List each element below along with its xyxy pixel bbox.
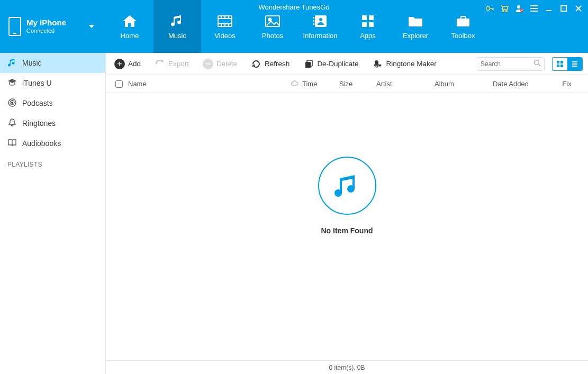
device-selector[interactable]: My iPhone Connected	[0, 0, 106, 53]
ringtone-maker-button[interactable]: Ringtone Maker	[369, 57, 439, 71]
view-grid-button[interactable]	[553, 58, 567, 70]
col-fix[interactable]: Fix	[551, 80, 583, 88]
view-list-button[interactable]	[567, 58, 582, 70]
bell-icon	[7, 118, 17, 129]
device-status: Connected	[26, 28, 66, 34]
phone-icon	[8, 17, 21, 36]
plus-icon: +	[114, 59, 125, 69]
minimize-button[interactable]	[545, 4, 553, 13]
empty-music-icon	[318, 157, 376, 215]
refresh-icon	[251, 59, 261, 69]
columns-header: Name Time Size Artist Album Date Added F…	[106, 75, 588, 93]
main-panel: + Add Export − Delete Refresh De-Du	[106, 53, 588, 374]
tab-label: Explorer	[403, 32, 428, 40]
delete-button[interactable]: − Delete	[200, 57, 240, 71]
col-size[interactable]: Size	[339, 80, 376, 88]
chevron-down-icon[interactable]	[88, 23, 95, 31]
header: My iPhone Connected Home Music	[0, 0, 588, 53]
home-icon	[122, 14, 138, 29]
briefcase-icon	[455, 14, 471, 29]
sidebar-item-audiobooks[interactable]: Audiobooks	[0, 133, 105, 153]
svg-rect-22	[305, 62, 311, 68]
svg-rect-9	[369, 15, 374, 20]
svg-rect-8	[362, 15, 367, 20]
select-all-checkbox[interactable]	[111, 79, 126, 89]
film-icon	[217, 14, 233, 29]
tab-label: Videos	[214, 32, 236, 40]
music-note-icon	[7, 58, 17, 69]
close-button[interactable]	[574, 4, 583, 13]
cart-icon[interactable]	[500, 4, 509, 13]
device-name: My iPhone	[26, 18, 66, 28]
bell-plus-icon	[372, 59, 383, 69]
tab-explorer[interactable]: Explorer	[392, 0, 439, 53]
app-window: { "app": { "title": "Wondershare TunesGo…	[0, 0, 588, 374]
col-time[interactable]: Time	[302, 80, 339, 88]
button-label: Delete	[216, 60, 237, 68]
svg-rect-4	[313, 17, 314, 19]
search-box[interactable]	[476, 57, 545, 71]
search-icon	[533, 59, 541, 68]
tab-toolbox[interactable]: Toolbox	[439, 0, 487, 53]
button-label: Export	[168, 60, 189, 68]
user-alert-icon[interactable]	[515, 4, 523, 13]
search-input[interactable]	[480, 60, 533, 68]
sidebar-item-music[interactable]: Music	[0, 53, 105, 73]
svg-rect-5	[313, 20, 314, 22]
svg-rect-12	[457, 19, 469, 26]
export-icon	[155, 59, 165, 69]
svg-rect-6	[313, 23, 314, 25]
col-name[interactable]: Name	[126, 80, 286, 88]
svg-point-24	[535, 60, 539, 65]
music-icon	[169, 14, 185, 29]
maximize-button[interactable]	[559, 4, 568, 13]
tab-home[interactable]: Home	[106, 0, 153, 53]
deduplicate-button[interactable]: De-Duplicate	[300, 57, 361, 71]
col-album[interactable]: Album	[435, 80, 493, 88]
duplicate-icon	[303, 59, 314, 69]
body: Music iTunes U Podcasts Ringtones Audiob…	[0, 53, 588, 374]
tab-label: Toolbox	[451, 32, 475, 40]
sidebar-item-podcasts[interactable]: Podcasts	[0, 93, 105, 113]
button-label: De-Duplicate	[317, 60, 358, 68]
status-text: 0 item(s), 0B	[329, 364, 365, 371]
tab-music[interactable]: Music	[153, 0, 201, 53]
svg-rect-25	[557, 61, 559, 63]
svg-rect-26	[560, 61, 563, 63]
empty-message: No Item Found	[321, 226, 373, 235]
col-artist[interactable]: Artist	[376, 80, 435, 88]
svg-rect-11	[369, 22, 374, 27]
empty-state: No Item Found	[106, 93, 588, 360]
add-button[interactable]: + Add	[111, 57, 144, 71]
sidebar-item-label: Audiobooks	[22, 139, 61, 148]
sidebar-item-label: Podcasts	[22, 99, 53, 107]
tab-label: Photos	[262, 32, 283, 40]
tab-information[interactable]: Information	[296, 0, 344, 53]
view-toggle	[552, 57, 583, 71]
sidebar: Music iTunes U Podcasts Ringtones Audiob…	[0, 53, 106, 374]
svg-point-15	[506, 11, 508, 12]
menu-icon[interactable]	[530, 4, 538, 13]
sidebar-item-label: iTunes U	[22, 79, 52, 87]
image-icon	[265, 14, 281, 29]
key-icon[interactable]	[485, 4, 494, 13]
graduation-icon	[7, 78, 17, 89]
tab-videos[interactable]: Videos	[201, 0, 249, 53]
export-button[interactable]: Export	[151, 57, 192, 71]
tab-photos[interactable]: Photos	[249, 0, 296, 53]
svg-point-16	[517, 5, 520, 8]
contacts-icon	[312, 14, 328, 29]
svg-rect-28	[560, 65, 563, 67]
minus-icon: −	[203, 59, 213, 69]
button-label: Ringtone Maker	[386, 60, 436, 68]
svg-point-2	[269, 18, 272, 21]
refresh-button[interactable]: Refresh	[248, 57, 293, 71]
sidebar-item-ringtones[interactable]: Ringtones	[0, 113, 105, 133]
sidebar-item-itunesu[interactable]: iTunes U	[0, 73, 105, 93]
cloud-icon[interactable]	[286, 80, 302, 88]
svg-point-14	[503, 11, 504, 12]
svg-rect-18	[561, 6, 566, 11]
svg-point-7	[319, 18, 322, 21]
tab-apps[interactable]: Apps	[344, 0, 392, 53]
col-date-added[interactable]: Date Added	[493, 80, 551, 88]
